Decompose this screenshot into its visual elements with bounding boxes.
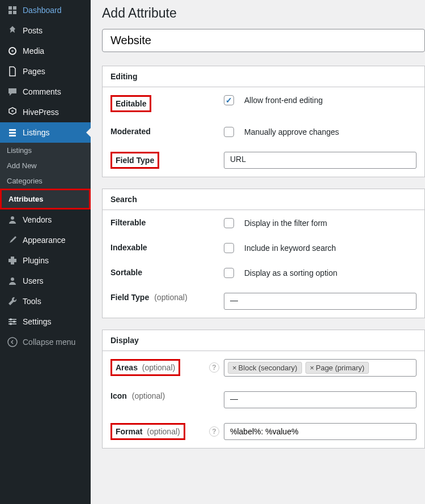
sidebar-label: Plugins xyxy=(23,256,49,265)
sidebar-item-tools[interactable]: Tools xyxy=(0,291,91,311)
sidebar-label: Media xyxy=(23,46,44,55)
collapse-icon xyxy=(7,336,18,348)
format-input[interactable] xyxy=(224,423,416,440)
sidebar-item-dashboard[interactable]: Dashboard xyxy=(0,0,91,20)
sidebar-item-appearance[interactable]: Appearance xyxy=(0,230,91,250)
sidebar-item-vendors[interactable]: Vendors xyxy=(0,210,91,230)
sidebar-label: Vendors xyxy=(23,215,52,224)
field-type-select[interactable]: URL xyxy=(224,152,416,169)
media-icon xyxy=(7,45,18,57)
sidebar-item-comments[interactable]: Comments xyxy=(0,82,91,102)
moderated-check-label[interactable]: Manually approve changes xyxy=(244,127,339,136)
field-type-label: Field Type xyxy=(110,152,224,169)
display-box: Display Areas (optional) ? ×Block (secon… xyxy=(102,330,425,449)
page-icon xyxy=(7,66,18,77)
sidebar-item-settings[interactable]: Settings xyxy=(0,311,91,332)
areas-label: Areas (optional) ? xyxy=(110,359,224,376)
sidebar-label: Pages xyxy=(23,67,45,76)
vendor-icon xyxy=(7,214,18,225)
sidebar-item-pages[interactable]: Pages xyxy=(0,61,91,82)
sidebar-item-plugins[interactable]: Plugins xyxy=(0,250,91,271)
search-box: Search Filterable Display in the filter … xyxy=(102,189,425,318)
sidebar-item-users[interactable]: Users xyxy=(0,271,91,291)
icon-label: Icon(optional) xyxy=(110,391,224,400)
sidebar-label: Tools xyxy=(23,297,41,306)
sidebar-label: Users xyxy=(23,276,44,285)
svg-point-11 xyxy=(8,338,17,347)
indexable-label: Indexable xyxy=(110,243,224,252)
areas-tags-input[interactable]: ×Block (secondary) ×Page (primary) xyxy=(224,359,416,377)
sidebar-item-listings[interactable]: Listings xyxy=(0,122,91,143)
indexable-checkbox[interactable] xyxy=(224,243,234,253)
area-tag: ×Page (primary) xyxy=(305,362,369,374)
remove-tag-icon[interactable]: × xyxy=(310,364,314,372)
svg-point-8 xyxy=(10,318,12,321)
listings-icon xyxy=(7,127,18,138)
sortable-check-label[interactable]: Display as a sorting option xyxy=(244,268,337,277)
sidebar-item-hivepress[interactable]: HivePress xyxy=(0,102,91,122)
moderated-label: Moderated xyxy=(110,127,224,136)
page-title: Add Attribute xyxy=(102,6,425,21)
sidebar-label: Listings xyxy=(23,128,49,137)
help-icon[interactable]: ? xyxy=(209,362,219,373)
svg-point-4 xyxy=(11,277,14,281)
sidebar-label: HivePress xyxy=(23,108,59,117)
help-icon[interactable]: ? xyxy=(209,426,219,437)
display-heading: Display xyxy=(103,330,424,351)
submenu-categories[interactable]: Categories xyxy=(0,173,91,189)
sortable-checkbox[interactable] xyxy=(224,268,234,278)
tool-icon xyxy=(7,296,18,307)
editing-box: Editing Editable Allow front-end editing… xyxy=(102,66,425,177)
sidebar-submenu: Listings Add New Categories Attributes xyxy=(0,143,91,210)
icon-select[interactable]: — xyxy=(224,391,416,408)
settings-icon xyxy=(7,316,18,327)
submenu-listings[interactable]: Listings xyxy=(0,143,91,158)
sidebar-item-media[interactable]: Media xyxy=(0,41,91,61)
svg-point-10 xyxy=(10,323,12,325)
sidebar-label: Posts xyxy=(23,26,42,35)
filterable-check-label[interactable]: Display in the filter form xyxy=(244,219,327,228)
svg-point-2 xyxy=(11,110,14,112)
moderated-checkbox[interactable] xyxy=(224,127,234,137)
brush-icon xyxy=(7,234,18,246)
sidebar-label: Appearance xyxy=(23,236,66,245)
dashboard-icon xyxy=(7,5,18,16)
area-tag: ×Block (secondary) xyxy=(228,362,302,374)
search-field-type-select[interactable]: — xyxy=(224,293,416,310)
search-heading: Search xyxy=(103,189,424,210)
plugin-icon xyxy=(7,255,18,266)
filterable-checkbox[interactable] xyxy=(224,218,234,228)
comment-icon xyxy=(7,86,18,97)
editing-heading: Editing xyxy=(103,66,424,87)
svg-point-1 xyxy=(11,50,14,52)
indexable-check-label[interactable]: Include in keyword search xyxy=(244,244,336,253)
user-icon xyxy=(7,275,18,287)
format-label: Format (optional) ? xyxy=(110,423,224,440)
pin-icon xyxy=(7,25,18,36)
sidebar-item-posts[interactable]: Posts xyxy=(0,20,91,41)
sidebar-label: Settings xyxy=(23,317,52,326)
attribute-name-input[interactable] xyxy=(102,29,425,52)
admin-sidebar: Dashboard Posts Media Pages Comments Hiv… xyxy=(0,0,91,504)
submenu-add-new[interactable]: Add New xyxy=(0,158,91,173)
sidebar-label: Dashboard xyxy=(23,6,62,15)
main-content: Add Attribute Editing Editable Allow fro… xyxy=(91,0,425,504)
filterable-label: Filterable xyxy=(110,218,224,227)
editable-check-label[interactable]: Allow front-end editing xyxy=(244,96,323,105)
hivepress-icon xyxy=(7,106,18,118)
submenu-attributes[interactable]: Attributes xyxy=(0,189,91,210)
collapse-label: Collapse menu xyxy=(23,338,75,347)
svg-point-9 xyxy=(13,321,15,323)
collapse-menu-button[interactable]: Collapse menu xyxy=(0,332,91,352)
sidebar-label: Comments xyxy=(23,87,61,96)
search-field-type-label: Field Type(optional) xyxy=(110,293,224,302)
svg-point-3 xyxy=(11,216,14,220)
sortable-label: Sortable xyxy=(110,268,224,277)
editable-checkbox[interactable] xyxy=(224,95,234,105)
remove-tag-icon[interactable]: × xyxy=(232,364,237,372)
editable-label: Editable xyxy=(110,95,224,112)
